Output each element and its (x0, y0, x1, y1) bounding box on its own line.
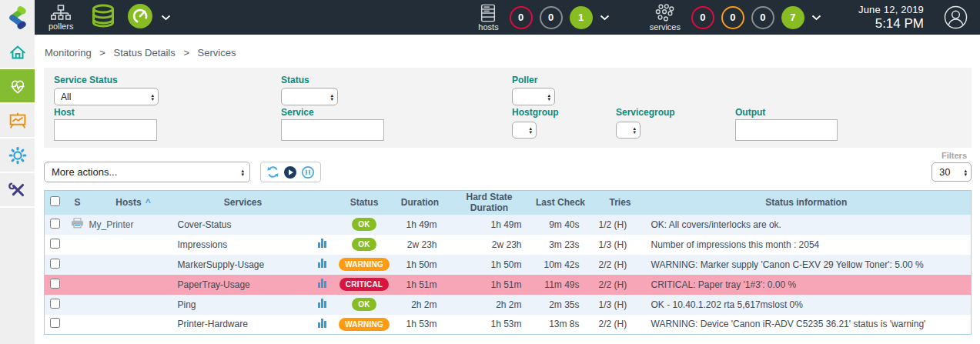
output-input[interactable] (735, 119, 838, 141)
hostgroup-select-wrap (512, 122, 537, 139)
heart-pulse-icon (6, 75, 29, 98)
host-link[interactable]: My_Printer (89, 215, 178, 235)
page-size-select[interactable]: 30 (932, 163, 971, 181)
column-header-duration[interactable]: Duration (393, 191, 447, 215)
pollers-chevron-down-icon[interactable] (161, 15, 171, 21)
cell-last-check: 2m 35s (532, 295, 590, 315)
poller-label: Poller (512, 75, 537, 85)
sidebar-item-home[interactable] (0, 35, 35, 69)
poller-select[interactable] (513, 89, 554, 105)
sidebar-item-reporting[interactable] (0, 104, 35, 139)
current-time: 5:14 PM (858, 16, 924, 32)
status-badge: WARNING (339, 258, 390, 271)
more-actions-select[interactable]: More actions... (45, 162, 249, 182)
servicegroup-select[interactable] (617, 122, 640, 138)
service-link[interactable]: Ping (178, 295, 309, 315)
performance-graph-icon[interactable] (318, 279, 326, 288)
hostgroup-select[interactable] (513, 122, 536, 138)
home-icon (6, 40, 29, 63)
hosts-label: hosts (478, 22, 498, 32)
status-select-wrap (281, 88, 338, 105)
status-select[interactable] (282, 89, 337, 105)
centreon-logo[interactable] (0, 0, 35, 35)
pollers-icon (51, 5, 71, 22)
row-checkbox[interactable] (50, 259, 60, 269)
broker-statistics-button[interactable] (90, 3, 116, 32)
services-ok-badge[interactable]: 7 (781, 6, 804, 29)
cell-status-information: WARNING: Marker supply 'Canon C-EXV 29 Y… (642, 255, 972, 275)
column-header-graph (309, 191, 336, 215)
column-header-hard-state-duration[interactable]: Hard State Duration (447, 191, 532, 215)
tools-icon (6, 179, 29, 202)
output-label: Output (735, 107, 765, 118)
servicegroup-label: Servicegroup (616, 107, 675, 118)
service-link[interactable]: Cover-Status (178, 215, 309, 235)
service-link[interactable]: MarkerSupply-Usage (178, 255, 309, 275)
performance-graph-icon[interactable] (318, 319, 326, 328)
centreon-logo-icon (5, 5, 31, 31)
services-pending-badge[interactable]: 0 (751, 6, 774, 29)
hosts-up-badge[interactable]: 1 (570, 6, 593, 29)
performance-graph-icon[interactable] (318, 259, 326, 268)
service-link[interactable]: Impressions (178, 235, 309, 255)
main-content: Monitoring > Status Details > Services S… (35, 35, 980, 344)
column-header-tries[interactable]: Tries (590, 191, 642, 215)
breadcrumb-status-details[interactable]: Status Details (114, 47, 176, 58)
breadcrumb-monitoring[interactable]: Monitoring (45, 47, 92, 58)
user-avatar-icon[interactable] (944, 5, 968, 29)
column-header-hosts[interactable]: Hosts^ (89, 191, 178, 215)
centreon-app: pollers (0, 0, 980, 344)
cell-status-information: WARNING: Device 'Canon iR-ADV C5235 36.2… (642, 315, 972, 335)
servicegroup-select-wrap (616, 122, 641, 139)
sidebar-item-monitoring[interactable] (0, 69, 35, 104)
column-header-status[interactable]: Status (336, 191, 393, 215)
pause-icon[interactable] (301, 165, 315, 179)
performance-graph-icon[interactable] (318, 299, 326, 308)
table-row: My_Printer Cover-Status OK 1h 49m 1h 49m… (45, 215, 972, 235)
sidebar-item-configuration[interactable] (0, 139, 35, 173)
hostgroup-label: Hostgroup (512, 107, 559, 118)
service-input[interactable] (281, 119, 384, 141)
row-checkbox[interactable] (50, 299, 60, 309)
breadcrumb-services[interactable]: Services (198, 47, 236, 58)
column-header-services[interactable]: Services (178, 191, 309, 215)
hosts-down-badge[interactable]: 0 (510, 6, 533, 29)
hosts-pending-badge[interactable]: 0 (540, 6, 563, 29)
row-checkbox[interactable] (50, 279, 60, 289)
hosts-chevron-down-icon[interactable] (600, 15, 610, 21)
cell-last-check: 3m 23s (532, 235, 590, 255)
service-link[interactable]: PaperTray-Usage (178, 275, 309, 295)
cell-last-check: 11m 49s (532, 275, 590, 295)
services-menu[interactable]: services (650, 4, 681, 32)
play-icon[interactable] (283, 165, 297, 179)
column-header-status-information[interactable]: Status information (642, 191, 972, 215)
services-icon (654, 4, 676, 22)
sidebar-item-administration[interactable] (0, 173, 35, 208)
hosts-menu[interactable]: hosts (478, 4, 498, 32)
cell-hard-state-duration: 1h 51m (447, 275, 532, 295)
services-critical-badge[interactable]: 0 (691, 6, 714, 29)
row-checkbox[interactable] (50, 318, 60, 328)
performance-graph-icon[interactable] (318, 239, 326, 248)
services-warning-badge[interactable]: 0 (721, 6, 744, 29)
select-all-checkbox[interactable] (50, 196, 60, 206)
cell-tries: 1/3 (H) (590, 235, 642, 255)
service-link[interactable]: Printer-Hardware (178, 315, 309, 335)
services-status-group: services 0 0 0 7 (650, 4, 821, 32)
refresh-icon[interactable] (266, 165, 279, 179)
service-status-select[interactable]: All (55, 89, 158, 105)
services-chevron-down-icon[interactable] (811, 15, 821, 21)
host-input[interactable] (54, 119, 157, 141)
cell-last-check: 10m 42s (532, 255, 590, 275)
cell-tries: 2/2 (H) (590, 275, 642, 295)
column-header-s[interactable]: S (66, 191, 89, 215)
poller-state-button[interactable] (127, 3, 153, 32)
column-header-last-check[interactable]: Last Check (532, 191, 590, 215)
pollers-menu[interactable]: pollers (48, 5, 73, 31)
cell-last-check: 9m 40s (532, 215, 590, 235)
status-label: Status (281, 75, 309, 85)
row-checkbox[interactable] (50, 239, 60, 249)
status-badge: OK (352, 218, 376, 231)
row-checkbox[interactable] (50, 219, 60, 229)
cell-duration: 1h 51m (393, 275, 447, 295)
